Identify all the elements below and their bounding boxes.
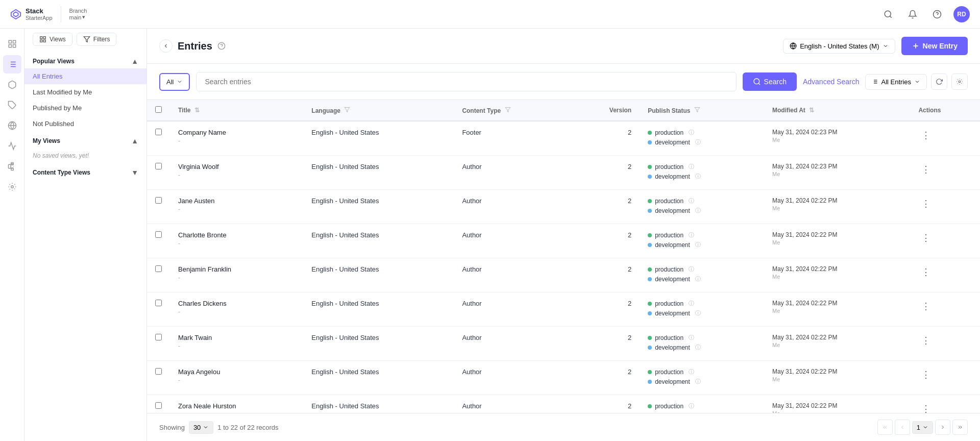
row-checkbox-8[interactable] [155, 402, 162, 409]
row-checkbox-6[interactable] [155, 334, 162, 340]
status-info-icon[interactable]: ⓘ [689, 334, 694, 341]
notifications-button[interactable] [904, 6, 921, 22]
back-button[interactable] [159, 39, 173, 53]
entry-title[interactable]: Maya Angelou [178, 368, 295, 376]
content-type-value: Author [462, 402, 481, 410]
search-input[interactable] [196, 72, 736, 91]
popular-views-toggle[interactable]: ▲ [131, 57, 138, 65]
page-number-select[interactable]: 1 [912, 421, 933, 434]
status-info-icon[interactable]: ⓘ [689, 368, 694, 376]
status-info-icon[interactable]: ⓘ [695, 275, 701, 283]
all-entries-filter[interactable]: All Entries [865, 74, 927, 90]
entry-title[interactable]: Virginia Woolf [178, 163, 295, 170]
status-info-icon[interactable]: ⓘ [689, 300, 694, 307]
row-modified-cell: May 31, 2024 02:23 PM Me [764, 156, 910, 190]
status-info-icon[interactable]: ⓘ [695, 207, 701, 214]
content-type-views-toggle[interactable]: ▼ [131, 168, 138, 177]
entry-title[interactable]: Charlotte Bronte [178, 231, 295, 239]
row-actions-button[interactable]: ⋮ [918, 334, 934, 347]
sidebar-item-last-modified[interactable]: Last Modified by Me [24, 84, 146, 100]
status-info-icon[interactable]: ⓘ [695, 309, 701, 317]
status-info-icon[interactable]: ⓘ [689, 129, 694, 136]
row-checkbox-3[interactable] [155, 231, 162, 238]
row-actions-button[interactable]: ⋮ [918, 402, 934, 413]
status-info-icon[interactable]: ⓘ [689, 231, 694, 239]
status-info-icon[interactable]: ⓘ [689, 197, 694, 205]
search-type-select[interactable]: All [159, 73, 190, 91]
row-actions-button[interactable]: ⋮ [918, 231, 934, 244]
modified-at-sort-icon[interactable]: ⇅ [809, 107, 814, 114]
sidebar-item-published-by-me[interactable]: Published by Me [24, 100, 146, 116]
row-version-cell: 2 [571, 395, 640, 413]
nav-icon-global-fields[interactable] [3, 116, 21, 135]
row-checkbox-2[interactable] [155, 197, 162, 204]
language-selector[interactable]: English - United States (M) [783, 39, 895, 54]
status-info-icon[interactable]: ⓘ [689, 163, 694, 170]
status-label: production [655, 403, 683, 410]
first-page-button[interactable] [877, 420, 893, 435]
row-actions-button[interactable]: ⋮ [918, 197, 934, 210]
nav-icon-content[interactable] [3, 55, 21, 74]
language-filter-icon[interactable] [344, 107, 350, 114]
help-button[interactable] [929, 6, 945, 22]
version-value: 2 [628, 129, 631, 136]
entry-title[interactable]: Company Name [178, 129, 295, 136]
language-value: English - United States [311, 129, 379, 136]
global-search-button[interactable] [880, 6, 896, 22]
publish-status-filter-icon[interactable] [694, 107, 700, 114]
per-page-select[interactable]: 30 [189, 421, 213, 434]
row-checkbox-4[interactable] [155, 265, 162, 272]
row-checkbox-0[interactable] [155, 129, 162, 135]
filters-button[interactable]: Filters [77, 33, 117, 46]
entry-title[interactable]: Mark Twain [178, 334, 295, 341]
status-info-icon[interactable]: ⓘ [695, 241, 701, 249]
advanced-search-link[interactable]: Advanced Search [803, 78, 860, 86]
new-entry-button[interactable]: New Entry [901, 37, 968, 55]
row-actions-button[interactable]: ⋮ [918, 368, 934, 381]
row-checkbox-5[interactable] [155, 300, 162, 306]
row-checkbox-1[interactable] [155, 163, 162, 169]
status-info-icon[interactable]: ⓘ [695, 173, 701, 180]
views-button[interactable]: Views [33, 33, 72, 46]
page-help-icon[interactable] [217, 42, 226, 50]
sidebar-item-not-published[interactable]: Not Published [24, 116, 146, 132]
row-checkbox-7[interactable] [155, 368, 162, 375]
nav-icon-assets[interactable] [3, 76, 21, 94]
entry-title[interactable]: Zora Neale Hurston [178, 402, 295, 410]
select-all-checkbox[interactable] [155, 106, 162, 113]
row-checkbox-cell [147, 190, 170, 224]
last-page-button[interactable] [952, 420, 968, 435]
search-button[interactable]: Search [743, 72, 797, 91]
nav-icon-settings[interactable] [3, 178, 21, 196]
nav-icon-dashboard[interactable] [3, 35, 21, 53]
title-sort-icon[interactable]: ⇅ [194, 107, 200, 114]
refresh-button[interactable] [931, 74, 947, 90]
sidebar-item-all-entries[interactable]: All Entries [24, 68, 146, 84]
entry-title[interactable]: Benjamin Franklin [178, 265, 295, 273]
nav-icon-workflows[interactable] [3, 157, 21, 176]
entry-subtitle: - [178, 308, 295, 315]
content-type-filter-icon[interactable] [505, 107, 511, 114]
my-views-toggle[interactable]: ▲ [131, 137, 138, 145]
next-page-button[interactable] [935, 420, 950, 435]
row-content-type-cell: Author [454, 395, 570, 413]
nav-icon-content-types[interactable] [3, 96, 21, 114]
modified-by: Me [772, 239, 902, 246]
nav-icon-releases[interactable] [3, 137, 21, 155]
status-info-icon[interactable]: ⓘ [695, 378, 701, 385]
branch-selector[interactable]: Branch main ▾ [69, 8, 87, 20]
row-version-cell: 2 [571, 292, 640, 327]
row-actions-button[interactable]: ⋮ [918, 300, 934, 313]
entry-title[interactable]: Jane Austen [178, 197, 295, 205]
prev-page-button[interactable] [895, 420, 910, 435]
row-actions-button[interactable]: ⋮ [918, 163, 934, 176]
status-info-icon[interactable]: ⓘ [689, 402, 694, 410]
status-info-icon[interactable]: ⓘ [695, 344, 701, 351]
entry-title[interactable]: Charles Dickens [178, 300, 295, 307]
status-info-icon[interactable]: ⓘ [695, 138, 701, 146]
avatar[interactable]: RD [953, 6, 970, 22]
status-info-icon[interactable]: ⓘ [689, 265, 694, 273]
column-settings-button[interactable] [951, 74, 968, 90]
row-actions-button[interactable]: ⋮ [918, 265, 934, 279]
row-actions-button[interactable]: ⋮ [918, 129, 934, 142]
